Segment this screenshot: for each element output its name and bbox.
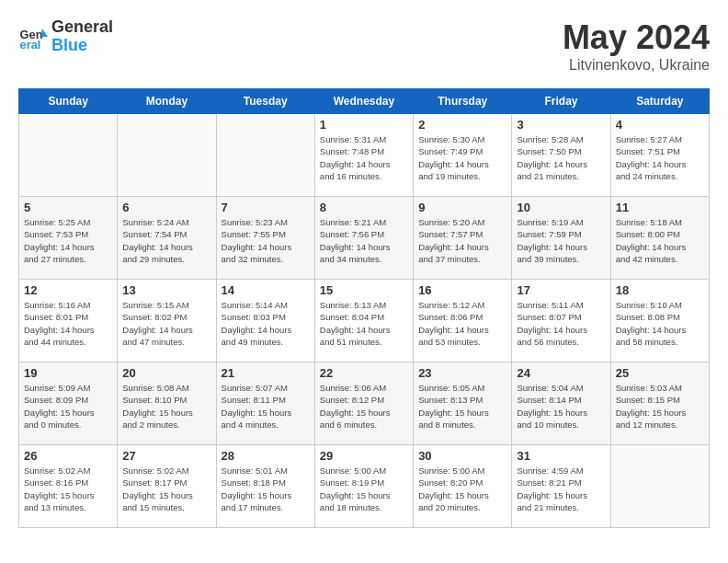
day-number: 13: [122, 283, 210, 297]
calendar-cell: 11Sunrise: 5:18 AM Sunset: 8:00 PM Dayli…: [610, 197, 709, 280]
day-info: Sunrise: 5:05 AM Sunset: 8:13 PM Dayligh…: [418, 382, 506, 431]
calendar-week-row: 26Sunrise: 5:02 AM Sunset: 8:16 PM Dayli…: [19, 445, 710, 528]
calendar-cell: 21Sunrise: 5:07 AM Sunset: 8:11 PM Dayli…: [216, 362, 314, 445]
calendar-cell: [19, 114, 118, 197]
day-number: 25: [616, 366, 704, 380]
calendar-cell: 2Sunrise: 5:30 AM Sunset: 7:49 PM Daylig…: [414, 114, 512, 197]
weekday-header: Sunday: [19, 89, 118, 114]
calendar-cell: [216, 114, 314, 197]
calendar-week-row: 19Sunrise: 5:09 AM Sunset: 8:09 PM Dayli…: [19, 362, 710, 445]
calendar-cell: 19Sunrise: 5:09 AM Sunset: 8:09 PM Dayli…: [19, 362, 118, 445]
day-number: 2: [418, 118, 506, 132]
day-number: 16: [418, 283, 506, 297]
day-info: Sunrise: 5:18 AM Sunset: 8:00 PM Dayligh…: [616, 216, 704, 265]
logo-line1: General: [51, 18, 113, 37]
day-info: Sunrise: 5:01 AM Sunset: 8:18 PM Dayligh…: [222, 465, 310, 513]
day-number: 1: [320, 118, 408, 132]
calendar-cell: 17Sunrise: 5:11 AM Sunset: 8:07 PM Dayli…: [512, 280, 610, 362]
day-info: Sunrise: 5:14 AM Sunset: 8:03 PM Dayligh…: [222, 299, 310, 348]
day-number: 29: [320, 449, 408, 463]
day-number: 20: [122, 366, 210, 380]
day-number: 31: [517, 449, 605, 463]
day-number: 24: [517, 366, 605, 380]
calendar-cell: 28Sunrise: 5:01 AM Sunset: 8:18 PM Dayli…: [216, 445, 314, 528]
day-number: 14: [222, 283, 310, 297]
day-number: 26: [24, 449, 112, 463]
calendar-cell: 6Sunrise: 5:24 AM Sunset: 7:54 PM Daylig…: [118, 197, 216, 280]
calendar-week-row: 1Sunrise: 5:31 AM Sunset: 7:48 PM Daylig…: [19, 114, 710, 197]
calendar-cell: 23Sunrise: 5:05 AM Sunset: 8:13 PM Dayli…: [414, 362, 512, 445]
day-info: Sunrise: 4:59 AM Sunset: 8:21 PM Dayligh…: [517, 465, 605, 513]
day-info: Sunrise: 5:23 AM Sunset: 7:55 PM Dayligh…: [222, 216, 310, 265]
day-number: 3: [517, 118, 605, 132]
weekday-header: Wednesday: [314, 89, 413, 114]
calendar-cell: [610, 445, 709, 528]
calendar-body: 1Sunrise: 5:31 AM Sunset: 7:48 PM Daylig…: [19, 114, 710, 528]
calendar-cell: 8Sunrise: 5:21 AM Sunset: 7:56 PM Daylig…: [314, 197, 413, 280]
day-number: 28: [222, 449, 310, 463]
calendar-cell: 26Sunrise: 5:02 AM Sunset: 8:16 PM Dayli…: [19, 445, 118, 528]
weekday-header: Tuesday: [216, 89, 314, 114]
svg-marker-2: [42, 28, 48, 37]
month-title: May 2024: [563, 18, 710, 57]
calendar-cell: 12Sunrise: 5:16 AM Sunset: 8:01 PM Dayli…: [19, 280, 118, 362]
day-number: 9: [418, 201, 506, 214]
calendar-cell: 14Sunrise: 5:14 AM Sunset: 8:03 PM Dayli…: [216, 280, 314, 362]
day-number: 5: [24, 201, 112, 214]
calendar-cell: 10Sunrise: 5:19 AM Sunset: 7:59 PM Dayli…: [512, 197, 610, 280]
day-info: Sunrise: 5:24 AM Sunset: 7:54 PM Dayligh…: [122, 216, 210, 265]
calendar-cell: 4Sunrise: 5:27 AM Sunset: 7:51 PM Daylig…: [610, 114, 709, 197]
day-info: Sunrise: 5:11 AM Sunset: 8:07 PM Dayligh…: [517, 299, 605, 348]
svg-text:eral: eral: [20, 38, 41, 52]
calendar-cell: 29Sunrise: 5:00 AM Sunset: 8:19 PM Dayli…: [314, 445, 413, 528]
day-number: 11: [616, 201, 704, 214]
day-number: 18: [616, 283, 704, 297]
day-number: 21: [222, 366, 310, 380]
calendar-table: SundayMondayTuesdayWednesdayThursdayFrid…: [18, 88, 710, 528]
calendar-cell: 18Sunrise: 5:10 AM Sunset: 8:08 PM Dayli…: [610, 280, 709, 362]
logo-line2: Blue: [51, 37, 113, 55]
day-info: Sunrise: 5:08 AM Sunset: 8:10 PM Dayligh…: [122, 382, 210, 431]
day-number: 4: [616, 118, 704, 132]
day-info: Sunrise: 5:10 AM Sunset: 8:08 PM Dayligh…: [616, 299, 704, 348]
calendar-cell: 20Sunrise: 5:08 AM Sunset: 8:10 PM Dayli…: [118, 362, 216, 445]
day-info: Sunrise: 5:25 AM Sunset: 7:53 PM Dayligh…: [24, 216, 112, 265]
day-number: 7: [222, 201, 310, 214]
day-info: Sunrise: 5:03 AM Sunset: 8:15 PM Dayligh…: [616, 382, 704, 431]
calendar-cell: 30Sunrise: 5:00 AM Sunset: 8:20 PM Dayli…: [414, 445, 512, 528]
day-info: Sunrise: 5:27 AM Sunset: 7:51 PM Dayligh…: [616, 133, 704, 182]
day-info: Sunrise: 5:06 AM Sunset: 8:12 PM Dayligh…: [320, 382, 408, 431]
day-info: Sunrise: 5:21 AM Sunset: 7:56 PM Dayligh…: [320, 216, 408, 265]
calendar-cell: 25Sunrise: 5:03 AM Sunset: 8:15 PM Dayli…: [610, 362, 709, 445]
day-number: 19: [24, 366, 112, 380]
location-title: Litvinenkovo, Ukraine: [563, 57, 710, 74]
day-info: Sunrise: 5:04 AM Sunset: 8:14 PM Dayligh…: [517, 382, 605, 431]
weekday-header: Thursday: [414, 89, 512, 114]
calendar-cell: 22Sunrise: 5:06 AM Sunset: 8:12 PM Dayli…: [314, 362, 413, 445]
day-info: Sunrise: 5:30 AM Sunset: 7:49 PM Dayligh…: [418, 133, 506, 182]
day-number: 30: [418, 449, 506, 463]
calendar-cell: 3Sunrise: 5:28 AM Sunset: 7:50 PM Daylig…: [512, 114, 610, 197]
calendar-cell: 15Sunrise: 5:13 AM Sunset: 8:04 PM Dayli…: [314, 280, 413, 362]
day-info: Sunrise: 5:02 AM Sunset: 8:17 PM Dayligh…: [122, 465, 210, 513]
calendar-cell: 13Sunrise: 5:15 AM Sunset: 8:02 PM Dayli…: [118, 280, 216, 362]
day-info: Sunrise: 5:00 AM Sunset: 8:20 PM Dayligh…: [418, 465, 506, 513]
day-number: 12: [24, 283, 112, 297]
title-block: May 2024 Litvinenkovo, Ukraine: [563, 18, 710, 74]
day-info: Sunrise: 5:09 AM Sunset: 8:09 PM Dayligh…: [24, 382, 112, 431]
day-number: 15: [320, 283, 408, 297]
calendar-cell: 9Sunrise: 5:20 AM Sunset: 7:57 PM Daylig…: [414, 197, 512, 280]
day-info: Sunrise: 5:31 AM Sunset: 7:48 PM Dayligh…: [320, 133, 408, 182]
calendar-cell: 7Sunrise: 5:23 AM Sunset: 7:55 PM Daylig…: [216, 197, 314, 280]
weekday-header: Monday: [118, 89, 216, 114]
day-number: 8: [320, 201, 408, 214]
calendar-week-row: 12Sunrise: 5:16 AM Sunset: 8:01 PM Dayli…: [19, 280, 710, 362]
day-number: 23: [418, 366, 506, 380]
calendar-cell: 24Sunrise: 5:04 AM Sunset: 8:14 PM Dayli…: [512, 362, 610, 445]
day-info: Sunrise: 5:02 AM Sunset: 8:16 PM Dayligh…: [24, 465, 112, 513]
day-info: Sunrise: 5:12 AM Sunset: 8:06 PM Dayligh…: [418, 299, 506, 348]
day-info: Sunrise: 5:28 AM Sunset: 7:50 PM Dayligh…: [517, 133, 605, 182]
day-info: Sunrise: 5:00 AM Sunset: 8:19 PM Dayligh…: [320, 465, 408, 513]
day-info: Sunrise: 5:15 AM Sunset: 8:02 PM Dayligh…: [122, 299, 210, 348]
calendar-week-row: 5Sunrise: 5:25 AM Sunset: 7:53 PM Daylig…: [19, 197, 710, 280]
